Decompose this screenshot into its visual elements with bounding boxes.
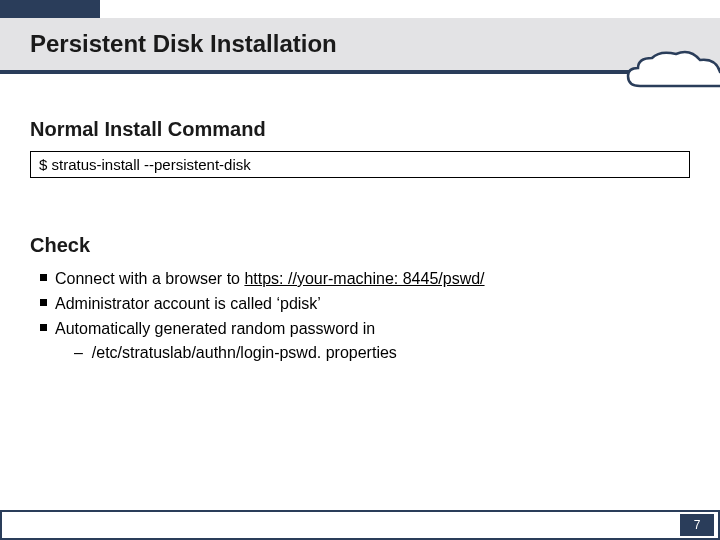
bullet-icon [40, 324, 47, 331]
bullet-text: Connect with a browser to [55, 270, 244, 287]
footer-inner [2, 512, 718, 538]
title-band: Persistent Disk Installation [0, 18, 720, 70]
bullet-item: Connect with a browser to https: //your-… [40, 267, 690, 292]
content-area: Normal Install Command $ stratus-install… [30, 118, 690, 366]
bullet-item: Automatically generated random password … [40, 317, 690, 342]
slide: Persistent Disk Installation Normal Inst… [0, 0, 720, 540]
title-underline [0, 70, 720, 74]
bullet-list: Connect with a browser to https: //your-… [30, 267, 690, 366]
slide-title: Persistent Disk Installation [30, 30, 337, 58]
bullet-icon [40, 274, 47, 281]
bullet-text: Automatically generated random password … [55, 317, 375, 342]
command-box: $ stratus-install --persistent-disk [30, 151, 690, 178]
cloud-icon [620, 48, 720, 98]
page-number: 7 [680, 514, 714, 536]
pswd-url-link[interactable]: https: //your-machine: 8445/pswd/ [244, 270, 484, 287]
bullet-text: Administrator account is called ‘pdisk’ [55, 292, 321, 317]
command-text: $ stratus-install --persistent-disk [39, 156, 251, 173]
bullet-item: Administrator account is called ‘pdisk’ [40, 292, 690, 317]
section-heading-install: Normal Install Command [30, 118, 690, 141]
top-accent-bar [0, 0, 100, 18]
bullet-icon [40, 299, 47, 306]
sub-bullet-item: – /etc/stratuslab/authn/login-pswd. prop… [40, 341, 690, 366]
section-heading-check: Check [30, 234, 690, 257]
